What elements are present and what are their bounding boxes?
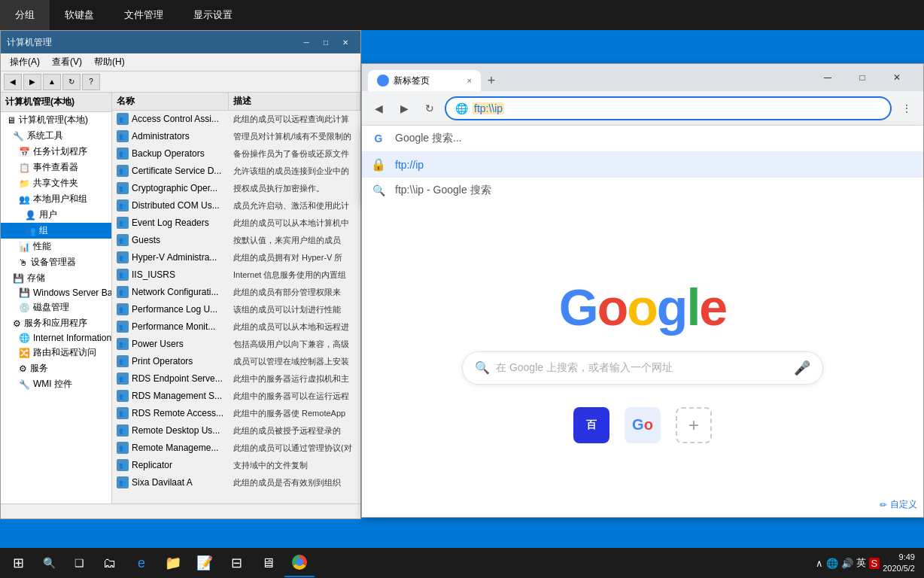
chrome-back-btn[interactable]: ◀ xyxy=(368,98,389,119)
toolbar-up[interactable]: ▲ xyxy=(43,74,61,90)
chrome-new-tab-btn[interactable]: + xyxy=(481,70,502,91)
tree-shared-folders[interactable]: 📁 共享文件夹 xyxy=(1,175,111,191)
auto-set-btn[interactable]: ✏ 自定义 xyxy=(880,498,917,511)
chrome-minimize[interactable]: ─ xyxy=(810,64,845,91)
chrome-close[interactable]: ✕ xyxy=(880,64,914,91)
col-header-name[interactable]: 名称 xyxy=(112,93,229,110)
comp-mgmt-maximize[interactable]: □ xyxy=(317,35,335,49)
google-search-bar[interactable]: 🔍 在 Google 上搜索，或者输入一个网址 🎤 xyxy=(462,351,823,385)
tree-computer-mgmt[interactable]: 🖥 计算机管理(本地) xyxy=(1,112,111,128)
top-menu-group[interactable]: 分组 xyxy=(0,0,50,30)
toolbar-back[interactable]: ◀ xyxy=(4,74,22,90)
tray-lang[interactable]: 英 xyxy=(856,556,866,570)
taskbar-explorer[interactable]: 🗂 xyxy=(95,549,125,577)
list-item[interactable]: 👥 Network Configurati... 此组的成员有部分管理权限来 xyxy=(112,284,360,301)
list-item[interactable]: 👥 Power Users 包括高级用户以向下兼容，高级 xyxy=(112,336,360,353)
list-item[interactable]: 👥 Print Operators 成员可以管理在域控制器上安装 xyxy=(112,353,360,370)
right-panel: 名称 描述 👥 Access Control Assi... 此组的成员可以远程… xyxy=(112,93,360,503)
tree-users[interactable]: 👤 用户 xyxy=(1,207,111,223)
tree-disk-mgr[interactable]: 💿 磁盘管理 xyxy=(1,300,111,315)
chrome-address-input[interactable]: 🌐 ftp:\\ip xyxy=(445,96,892,120)
tree-local-users-groups[interactable]: 👥 本地用户和组 xyxy=(1,191,111,207)
auto-item-google[interactable]: G Google 搜索... xyxy=(362,126,923,151)
taskbar-search-btn[interactable]: 🔍 xyxy=(35,549,63,577)
toolbar-refresh[interactable]: ↻ xyxy=(62,74,81,90)
tray-ime[interactable]: S xyxy=(869,558,880,569)
tree-event-viewer[interactable]: 📋 事件查看器 xyxy=(1,160,111,175)
list-item[interactable]: 👥 Sixa Davilaat A 此组的成员是否有效别到组织 xyxy=(112,474,360,491)
top-menu-filemanage[interactable]: 文件管理 xyxy=(109,0,178,30)
list-item[interactable]: 👥 Certificate Service D... 允许该组的成员连接到企业中… xyxy=(112,163,360,180)
toolbar-help[interactable]: ? xyxy=(82,74,100,90)
chrome-tab-newtab[interactable]: 新标签页 × xyxy=(368,70,481,91)
tree-wmi[interactable]: 🔧 WMI 控件 xyxy=(1,376,111,392)
device-icon: 🖱 xyxy=(19,257,28,268)
list-item[interactable]: 👥 Replicator 支持域中的文件复制 xyxy=(112,457,360,474)
taskbar-office[interactable]: ⊟ xyxy=(221,549,251,577)
menu-help[interactable]: 帮助(H) xyxy=(88,56,131,68)
top-menu-display[interactable]: 显示设置 xyxy=(178,0,248,30)
list-item[interactable]: 👥 Guests 按默认值，来宾用户组的成员 xyxy=(112,232,360,249)
taskbar-start-btn[interactable]: ⊞ xyxy=(3,549,33,577)
list-item[interactable]: 👥 Cryptographic Oper... 授权成员执行加密操作。 xyxy=(112,180,360,197)
tree-services-apps[interactable]: ⚙ 服务和应用程序 xyxy=(1,315,111,331)
menu-action[interactable]: 操作(A) xyxy=(4,56,46,68)
tray-network[interactable]: 🌐 xyxy=(826,558,838,569)
tray-arrow[interactable]: ∧ xyxy=(816,558,823,569)
list-item[interactable]: 👥 RDS Endpoint Serve... 此组中的服务器运行虚拟机和主 xyxy=(112,370,360,388)
list-item[interactable]: 👥 Administrators 管理员对计算机/域有不受限制的 xyxy=(112,128,360,145)
tree-device-mgr[interactable]: 🖱 设备管理器 xyxy=(1,254,111,270)
tree-performance[interactable]: 📊 性能 xyxy=(1,239,111,254)
auto-item-ftp[interactable]: 🔒 ftp://ip xyxy=(362,151,923,178)
right-panel-header: 名称 描述 xyxy=(112,93,360,111)
baidu-shortcut[interactable]: 百 xyxy=(573,407,609,443)
wmi-icon: 🔧 xyxy=(19,379,30,390)
chrome-forward-btn[interactable]: ▶ xyxy=(394,98,415,119)
list-item[interactable]: 👥 IIS_IUSRS Internet 信息服务使用的内置组 xyxy=(112,266,360,284)
routing-icon: 🔀 xyxy=(19,348,30,358)
list-item[interactable]: 👥 RDS Remote Access... 此组中的服务器使 RemoteAp… xyxy=(112,405,360,422)
list-item[interactable]: 👥 Access Control Assi... 此组的成员可以远程查询此计算 xyxy=(112,111,360,128)
tree-task-scheduler[interactable]: 📅 任务计划程序 xyxy=(1,144,111,160)
chrome-tab-close-btn[interactable]: × xyxy=(467,76,472,85)
tree-iis[interactable]: 🌐 Internet Information S... xyxy=(1,331,111,345)
list-item[interactable]: 👥 Remote Desktop Us... 此组的成员被授予远程登录的 xyxy=(112,422,360,440)
add-shortcut[interactable]: + xyxy=(676,407,712,443)
list-item[interactable]: 👥 RDS Management S... 此组中的服务器可以在运行远程 xyxy=(112,388,360,405)
tree-storage[interactable]: 💾 存储 xyxy=(1,270,111,286)
taskbar-ie[interactable]: e xyxy=(126,549,157,577)
tree-groups[interactable]: 👥 组 xyxy=(1,223,111,239)
tree-routing[interactable]: 🔀 路由和远程访问 xyxy=(1,345,111,360)
list-item[interactable]: 👥 Backup Operators 备份操作员为了备份或还原文件 xyxy=(112,145,360,163)
comp-mgmt-close[interactable]: ✕ xyxy=(336,35,354,49)
mic-icon[interactable]: 🎤 xyxy=(794,360,810,376)
tree-system-tools[interactable]: 🔧 系统工具 xyxy=(1,128,111,144)
toolbar-forward[interactable]: ▶ xyxy=(23,74,41,90)
list-item[interactable]: 👥 Distributed COM Us... 成员允许启动、激活和使用此计 xyxy=(112,197,360,214)
auto-text-ftp-search: ftp:\\ip - Google 搜索 xyxy=(395,184,914,197)
scheduler-icon: 📅 xyxy=(19,147,30,157)
col-header-desc[interactable]: 描述 xyxy=(229,93,360,110)
chrome-menu-btn[interactable]: ⋮ xyxy=(896,98,917,119)
taskbar-taskview-btn[interactable]: ❑ xyxy=(65,549,93,577)
tray-volume[interactable]: 🔊 xyxy=(841,558,853,569)
taskbar-computer[interactable]: 🖥 xyxy=(253,549,283,577)
chrome-refresh-btn[interactable]: ↻ xyxy=(419,98,440,119)
list-item[interactable]: 👥 Remote Manageme... 此组的成员可以通过管理协议(对 xyxy=(112,440,360,457)
list-item[interactable]: 👥 Event Log Readers 此组的成员可以从本地计算机中 xyxy=(112,214,360,232)
taskbar-chrome[interactable] xyxy=(284,549,315,577)
list-item[interactable]: 👥 Performance Monit... 此组的成员可以从本地和远程进 xyxy=(112,318,360,336)
list-item[interactable]: 👥 Performance Log U... 该组的成员可以计划进行性能 xyxy=(112,301,360,318)
google-shortcut[interactable]: Go xyxy=(625,407,661,443)
taskbar-explorer2[interactable]: 📁 xyxy=(158,549,188,577)
chrome-maximize[interactable]: □ xyxy=(845,64,880,91)
menu-view[interactable]: 查看(V) xyxy=(46,56,88,68)
top-menu-keyboard[interactable]: 软键盘 xyxy=(50,0,109,30)
tree-services[interactable]: ⚙ 服务 xyxy=(1,360,111,376)
tree-windows-backup[interactable]: 💾 Windows Server Back... xyxy=(1,286,111,300)
comp-mgmt-minimize[interactable]: ─ xyxy=(297,35,315,49)
list-item[interactable]: 👥 Hyper-V Administra... 此组的成员拥有对 Hyper-V… xyxy=(112,249,360,266)
taskbar-notes[interactable]: 📝 xyxy=(190,549,220,577)
tray-datetime[interactable]: 9:49 2020/5/2 xyxy=(883,552,915,575)
auto-item-ftp-search[interactable]: 🔍 ftp:\\ip - Google 搜索 xyxy=(362,178,923,203)
